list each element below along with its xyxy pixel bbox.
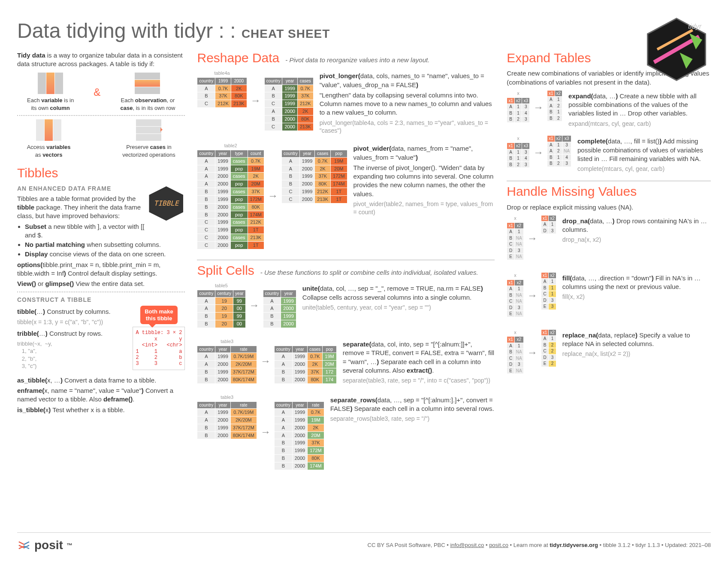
reshape-heading: Reshape Data	[197, 49, 279, 67]
tibble-example: tibble(x = 1:3, y = c("a", "b", "c"))	[17, 318, 128, 326]
pivot-longer-diagram: table4a country19992000A0.7K2KB37K80KC21…	[197, 70, 313, 131]
view-fn: View() or glimpse() View the entire data…	[17, 279, 185, 288]
expand-sig: expand(data, …) Create a new tibble with…	[568, 92, 711, 118]
separate-diagram: table3countryyearrateA19990.7K/19MA20002…	[197, 338, 336, 384]
drop-na-ex: drop_na(x, x2)	[562, 236, 711, 244]
arrow-icon: →	[533, 100, 544, 114]
missing-heading: Handle Missing Values	[507, 181, 711, 200]
tidy-rule-cases: Preserve cases invectorized operations	[122, 143, 175, 158]
posit-logo: posit™	[17, 537, 72, 553]
separate-rows-diagram: table3countryyearrateA19990.7K/19MA20002…	[197, 394, 324, 470]
arrow-icon: →	[527, 289, 538, 302]
separate-sig: separate(data, col, into, sep = "[^[:aln…	[343, 340, 495, 375]
callout-both-make: Both makethis tibble	[140, 306, 177, 324]
arrow-icon: →	[260, 354, 271, 368]
column-tidy-tibbles: Tidy data is a way to organize tabular d…	[17, 49, 185, 480]
svg-text:tidyr: tidyr	[688, 22, 702, 30]
tibble-bullet-subset: Subset a new tibble with ], a vector wit…	[25, 222, 185, 240]
tribble-example: tribble(~x, ~y, 1, "a", 2, "b", 3, "c")	[17, 340, 128, 370]
replace-na-ex: replace_na(x, list(x2 = 2))	[562, 350, 711, 358]
arrow-icon: →	[251, 94, 261, 107]
page-title: Data tidying with tidyr : : CHEAT SHEET	[17, 17, 711, 45]
tibble-fn: tibble(…) Construct by columns.	[17, 307, 128, 316]
replace-na-diagram: xx1x2A1BNACNAD3ENA → x1x2A1B2C2D3E2	[507, 329, 556, 376]
is-tibble-fn: is_tibble(x) Test whether x is a tibble.	[17, 406, 185, 414]
unite-diagram: table5countrycenturyyearA1999A2000B1999B…	[197, 283, 296, 328]
replace-na-sig: replace_na(data, replace) Specify a valu…	[562, 331, 711, 349]
ampersand-icon: &	[94, 85, 100, 99]
expand-ex: expand(mtcars, cyl, gear, carb)	[568, 120, 711, 128]
drop-na-sig: drop_na(data, …) Drop rows containing NA…	[562, 217, 711, 234]
tidy-rule-variable: Each variable is inits own column	[27, 97, 74, 112]
arrow-icon: →	[533, 146, 544, 159]
pivot-wider-ex: pivot_wider(table2, names_from = type, v…	[353, 200, 495, 216]
separate-ex: separate(table3, rate, sep = "/", into =…	[343, 377, 495, 385]
pivot-longer-sig: pivot_longer(data, cols, names_to = "nam…	[320, 72, 495, 89]
tidy-rule-vectors: Access variablesas vectors	[27, 143, 71, 158]
arrow-icon: →	[527, 346, 538, 359]
options-fn: options(tibble.print_max = n, tibble.pri…	[17, 261, 185, 278]
posit-icon	[17, 538, 31, 552]
split-sub: - Use these functions to split or combin…	[260, 268, 478, 277]
tibble-output-box: A tibble: 3 × 2 x y <int> <chr> 1 1 a 2 …	[133, 327, 185, 370]
pivot-wider-desc: The inverse of pivot_longer(). "Widen" d…	[353, 164, 495, 198]
tidyr-hex-icon: tidyr	[644, 17, 709, 82]
split-heading: Split Cells	[197, 262, 254, 279]
separate-rows-sig: separate_rows(data, …, sep = "[^[:alnum:…	[330, 396, 495, 413]
arrow-icon: →	[249, 298, 260, 312]
tribble-fn: tribble(…) Construct by rows.	[17, 329, 128, 338]
unite-sig: unite(data, col, …, sep = "_", remove = …	[302, 284, 495, 302]
expand-diagram: xx1x2x3A13B14B23 → x1x2A1A2B1B2	[507, 90, 562, 125]
complete-diagram: xx1x2x3A13B14B23 → x1x2x3A13A2NAB14B23	[507, 135, 571, 170]
footer-text: CC BY SA Posit Software, PBC • info@posi…	[368, 541, 711, 549]
fill-ex: fill(x, x2)	[562, 293, 711, 301]
pivot-longer-desc: "Lengthen" data by collapsing several co…	[320, 91, 495, 117]
tibble-bullet-matching: No partial matching when subsetting colu…	[25, 240, 185, 249]
missing-desc: Drop or replace explicit missing values …	[507, 203, 711, 212]
construct-heading: CONSTRUCT A TIBBLE	[17, 296, 185, 304]
tidy-rule-observation: Each observation, orcase, is in its own …	[121, 97, 175, 112]
arrow-icon: →	[260, 425, 271, 439]
arrow-icon: →	[268, 189, 278, 203]
as-tibble-fn: as_tibble(x, …) Convert a data frame to …	[17, 376, 185, 385]
intro-text: Tidy data is a way to organize tabular d…	[17, 51, 185, 69]
column-expand-missing: Expand Tables Create new combinations of…	[507, 49, 711, 480]
enframe-fn: enframe(x, name = "name", value = "value…	[17, 386, 185, 404]
tibble-bullet-display: Display concise views of the data on one…	[25, 250, 185, 258]
complete-sig: complete(data, …, fill = list()) Add mis…	[577, 137, 711, 163]
pivot-longer-ex: pivot_longer(table4a, cols = 2:3, names_…	[320, 119, 495, 135]
drop-na-diagram: xx1x2A1BNACNAD3ENA → x1x2A1D3	[507, 215, 556, 262]
separate-rows-ex: separate_rows(table3, rate, sep = "/")	[330, 415, 495, 423]
tibbles-heading: Tibbles	[17, 164, 185, 182]
fill-diagram: xx1x2A1BNACNAD3ENA → x1x2A1B1C1D3E3	[507, 272, 556, 319]
pivot-wider-diagram: table2countryyeartypecountA1999cases0.7K…	[197, 143, 347, 249]
reshape-sub: - Pivot data to reorganize values into a…	[285, 56, 429, 64]
pivot-wider-sig: pivot_wider(data, names_from = "name", v…	[353, 144, 495, 162]
unite-ex: unite(table5, century, year, col = "year…	[302, 304, 495, 312]
column-reshape-split: Reshape Data - Pivot data to reorganize …	[197, 49, 495, 480]
fill-sig: fill(data, …, .direction = "down") Fill …	[562, 274, 711, 292]
complete-ex: complete(mtcars, cyl, gear, carb)	[577, 165, 711, 173]
arrow-icon: →	[527, 231, 538, 245]
footer: posit™ CC BY SA Posit Software, PBC • in…	[17, 532, 711, 553]
